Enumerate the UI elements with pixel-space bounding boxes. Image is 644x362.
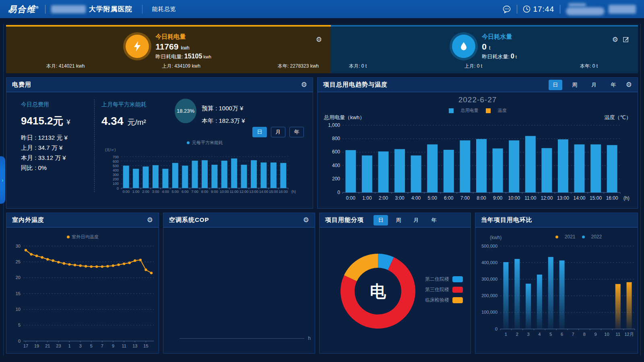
svg-text:4:00: 4:00 [162,190,169,194]
today-electric-value: 11769kwh [155,42,211,52]
tab-day[interactable]: 日 [374,215,388,225]
message-bubble-icon[interactable] [502,5,511,13]
tab-day[interactable]: 日 [252,127,267,137]
tab-year[interactable]: 年 [427,215,441,225]
tab-month[interactable]: 月 [409,215,423,225]
electricity-summary: 今日耗电量 11769kwh 昨日耗电量:15105kwh [6,33,331,60]
budget-row: 预算 : 1000万 ¥ [202,102,245,114]
svg-text:30: 30 [16,244,21,248]
water-period-stats: 本月: 0 t 上月: 0 t 本年: 0 t [349,63,598,70]
legend-label: 温度 [498,108,507,114]
split-range-tabs: 日 周 月 年 [374,215,441,225]
panel-title: 项目总用电趋势与温度 [323,81,388,89]
redacted-action-button[interactable] [609,5,636,14]
svg-text:0: 0 [117,186,119,190]
gear-icon[interactable]: ⚙ [626,81,632,88]
svg-text:14:00: 14:00 [259,190,268,194]
water-text: 今日耗水量 0t 昨日耗水量:0t [482,33,517,60]
svg-text:700: 700 [113,155,119,159]
svg-text:2:00: 2:00 [379,195,388,201]
tab-week[interactable]: 周 [568,80,582,90]
water-drop-icon [452,35,475,58]
left-axis-unit: 总用电量（kwh） [324,114,365,121]
svg-text:6: 6 [561,332,563,337]
svg-text:9: 9 [112,343,114,348]
empty-chart-axis [180,338,304,339]
svg-text:(元/㎡): (元/㎡) [105,148,116,152]
panel-title: 电费用 [12,81,31,89]
trend-legend: 总用电量 温度 [318,108,638,114]
sqm-label: 上月每平方米能耗 [101,101,147,108]
legend-label: 第三住院楼 [420,286,449,293]
yoy-bar-chart: 0100,000200,000300,000400,000500,0001234… [477,242,637,342]
legend-row: 第三住院楼 [420,286,463,293]
energy-split-donut-chart [338,251,418,331]
svg-text:0:00: 0:00 [122,190,130,194]
outdoor-temp-line-chart: 0510152025301719212313579111315 [9,242,157,352]
gear-icon[interactable]: ⚙ [316,36,322,43]
gear-icon[interactable]: ⚙ [303,217,309,223]
gear-icon[interactable]: ⚙ [612,36,618,43]
svg-text:300: 300 [113,173,119,177]
gear-icon[interactable]: ⚙ [147,217,153,223]
svg-text:1:00: 1:00 [132,190,140,194]
sidebar-expand-flap[interactable]: › [0,156,5,204]
clock-icon [523,5,530,13]
legend-label: 元每平方米能耗 [192,140,223,146]
panel-year-electricity-compare: 当年项目用电环比 (kwh) 2021 2022 0100,000200,000… [475,213,638,354]
tab-year[interactable]: 年 [607,80,620,90]
temp-legend: 室外日均温度 [6,234,159,240]
stat-month: 本月: 0 t [349,63,367,70]
user-info-group[interactable] [566,3,605,15]
tab-month[interactable]: 月 [271,127,285,137]
gear-icon[interactable]: ⚙ [301,81,307,88]
svg-text:13: 13 [132,343,137,348]
svg-text:4: 4 [538,332,541,337]
svg-text:16:00: 16:00 [279,190,288,194]
today-water-value: 0t [482,42,517,52]
lightning-icon [126,35,149,58]
legend-label: 总用电量 [461,108,479,114]
tab-day[interactable]: 日 [549,80,562,90]
y-axis-unit: (kwh) [490,235,502,240]
tab-year[interactable]: 年 [289,127,304,137]
legend-swatch-electricity [449,108,454,113]
legend-swatch [452,297,463,303]
tab-month[interactable]: 月 [587,80,601,90]
tab-week[interactable]: 周 [391,215,406,225]
svg-text:7:00: 7:00 [191,190,198,194]
legend-label: 临床检验楼 [420,297,449,304]
svg-text:600: 600 [332,149,340,155]
content-frame-right [640,24,641,356]
svg-text:(h): (h) [623,195,630,201]
legend-label: 第二住院楼 [420,276,449,283]
svg-text:15: 15 [16,291,21,296]
fee-chart-legend: 元每平方米能耗 [102,140,308,146]
dashed-divider [94,99,95,192]
svg-text:11:00: 11:00 [230,190,239,194]
svg-text:100,000: 100,000 [481,310,497,314]
card-today-water: 今日耗水量 0t 昨日耗水量:0t ⚙ 本月: 0 t 上月: 0 t 本年: … [331,25,638,73]
nav-menu-energy-overview[interactable]: 能耗总览 [152,6,176,13]
svg-text:5: 5 [549,332,552,337]
edit-icon[interactable] [623,36,629,42]
stat-year: 本年: 0 t [580,63,598,70]
svg-text:600: 600 [113,159,119,163]
legend-dot [67,236,70,238]
panel-indoor-outdoor-temp: 室内外温度 ⚙ 室外日均温度 0510152025301719212313579… [6,213,159,354]
water-summary: 今日耗水量 0t 昨日耗水量:0t [331,33,638,60]
stat-last-month: 上月: 0 t [464,63,482,70]
svg-text:200: 200 [332,176,340,182]
svg-text:17: 17 [23,343,28,348]
svg-text:4:00: 4:00 [411,195,421,201]
svg-text:200,000: 200,000 [481,293,497,298]
redacted-user-name[interactable] [566,7,605,15]
x-axis-unit: h [308,335,311,341]
svg-text:200: 200 [113,177,119,181]
legend-row: 第二住院楼 [420,276,463,283]
svg-text:7: 7 [101,343,103,348]
nav-divider [45,5,45,14]
hospital-name: 大学附属医院 [89,4,132,14]
app-logo: 易合维® [8,4,39,15]
panel-electric-fee: 电费用 ⚙ 今日总费用 9415.2元¥ 昨日 : 12132 元 ¥ 上月 :… [6,77,313,209]
